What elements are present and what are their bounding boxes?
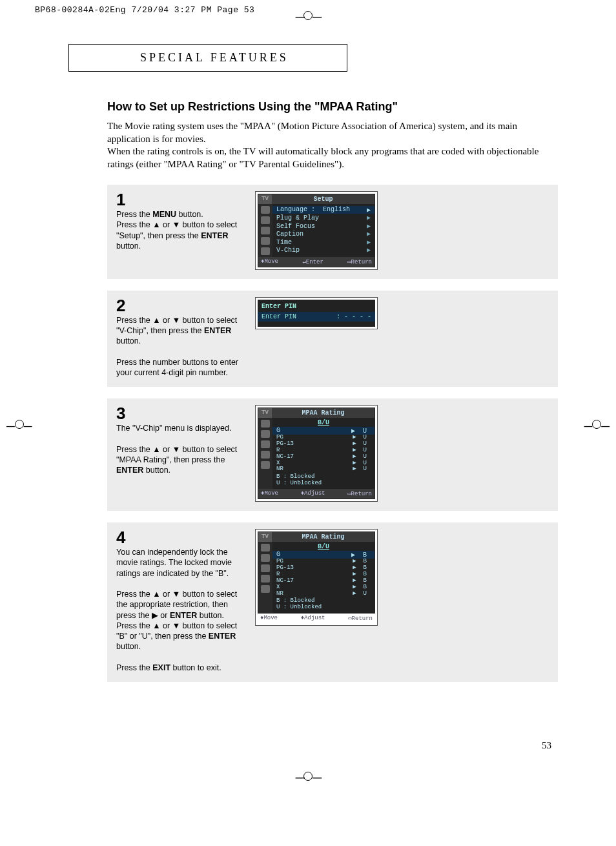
crop-mark-left: ── <box>6 420 32 433</box>
section-header-box: SPECIAL FEATURES <box>68 44 347 72</box>
section-header: SPECIAL FEATURES <box>140 51 289 64</box>
osd-sidebar <box>258 418 272 489</box>
mpaa-legend: U : Unblocked <box>275 480 372 487</box>
intro-text: The Movie rating system uses the "MPAA" … <box>107 120 558 170</box>
osd-row: Plug & Play▶ <box>275 214 372 223</box>
step-number: 2 <box>116 297 242 314</box>
osd-title: Setup <box>272 194 375 204</box>
osd-icon <box>261 237 270 245</box>
osd-setup: TV Setup <box>255 191 378 270</box>
osd-sidebar <box>258 542 272 613</box>
mpaa-row: NR▶ U <box>275 591 372 597</box>
osd-icon <box>261 216 270 224</box>
page-number: 53 <box>68 740 551 751</box>
crop-mark-right: ── <box>584 420 610 433</box>
osd-mpaa-blocked: TV MPAA Rating B/U G▶ B <box>255 529 378 626</box>
osd-icon <box>261 227 270 234</box>
osd-tv-label: TV <box>258 532 272 542</box>
step-number: 1 <box>116 191 242 208</box>
mpaa-legend: U : Unblocked <box>275 604 372 611</box>
mpaa-column-header: B/U <box>275 419 372 427</box>
osd-footer: ♦Move ↵Enter ▭Return <box>258 257 375 267</box>
step-number: 3 <box>116 405 242 422</box>
mpaa-row: NR▶ U <box>275 466 372 473</box>
osd-row: Self Focus▶ <box>275 223 372 231</box>
osd-title: MPAA Rating <box>272 532 375 542</box>
step-3: 3 The "V-Chip" menu is displayed. Press … <box>107 398 558 511</box>
osd-icon <box>261 206 270 214</box>
osd-title: MPAA Rating <box>272 408 375 418</box>
osd-tv-label: TV <box>258 194 272 204</box>
osd-tv-label: TV <box>258 408 272 418</box>
mpaa-column-header: B/U <box>275 543 372 551</box>
osd-icon <box>261 247 270 255</box>
osd-sidebar <box>258 204 272 257</box>
page-title: How to Set up Restrictions Using the "MP… <box>107 100 558 114</box>
osd-pin-field: Enter PIN: - - - - <box>258 312 375 322</box>
osd-enter-pin: Enter PIN Enter PIN: - - - - <box>255 297 378 329</box>
osd-row-language: Language : English▶ <box>272 206 375 214</box>
osd-pin-title: Enter PIN <box>262 303 371 310</box>
osd-row: V-Chip▶ <box>275 247 372 255</box>
step-4: 4 You can independently lock the movie r… <box>107 522 558 682</box>
osd-footer: ♦Move ♦Adjust ▭Return <box>258 489 375 499</box>
step-number: 4 <box>116 529 242 546</box>
osd-footer: ♦Move ♦Adjust ▭Return <box>258 614 375 623</box>
osd-mpaa-unblocked: TV MPAA Rating B/U G▶ U <box>255 405 378 502</box>
step-1: 1 Press the MENU button. Press the ▲ or … <box>107 185 558 279</box>
osd-row: Time▶ <box>275 239 372 247</box>
step-2: 2 Press the ▲ or ▼ button to select "V-C… <box>107 291 558 387</box>
osd-row: Caption▶ <box>275 231 372 239</box>
crop-mark-bottom: ── <box>0 770 616 785</box>
